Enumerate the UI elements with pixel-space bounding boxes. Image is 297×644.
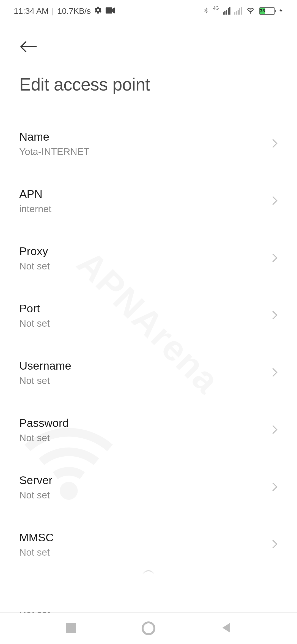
setting-item-mmsc[interactable]: MMSC Not set [19,522,278,566]
setting-item-server[interactable]: Server Not set [19,464,278,508]
setting-label: MMS proxy [19,588,272,601]
setting-label: Server [19,474,272,487]
back-button[interactable] [19,37,38,56]
setting-item-proxy[interactable]: Proxy Not set [19,235,278,279]
setting-value: Not set [19,375,272,386]
nav-back-button[interactable] [221,622,231,634]
status-separator: | [52,6,54,16]
svg-rect-1 [106,7,112,14]
chevron-right-icon [272,424,278,436]
signal-bars-icon [223,7,230,15]
chevron-right-icon [272,195,278,207]
setting-value: Not set [19,261,272,272]
bluetooth-icon [203,6,209,16]
chevron-right-icon [272,596,278,608]
nav-recent-button[interactable] [66,623,76,633]
setting-value: internet [19,203,272,214]
status-time: 11:34 AM [14,6,49,16]
gear-icon [94,6,102,16]
setting-value: Not set [19,318,272,329]
setting-item-mms-proxy[interactable]: MMS proxy Not set [19,579,278,623]
setting-item-password[interactable]: Password Not set [19,407,278,451]
chevron-right-icon [272,138,278,150]
svg-point-2 [250,13,251,13]
setting-value: Not set [19,432,272,443]
setting-label: MMSC [19,531,272,544]
status-bar: 11:34 AM | 10.7KB/s 4G 38 [0,0,297,22]
chevron-right-icon [272,367,278,379]
camera-icon [106,6,115,16]
battery-percent: 38 [260,8,265,14]
status-right: 4G 38 [203,6,283,16]
chevron-right-icon [272,539,278,550]
setting-item-apn[interactable]: APN internet [19,178,278,222]
arrow-left-icon [19,41,37,53]
setting-item-port[interactable]: Port Not set [19,293,278,337]
chevron-right-icon [272,310,278,321]
setting-label: Port [19,302,272,315]
setting-label: Name [19,130,272,143]
wifi-icon [246,7,255,15]
chevron-right-icon [272,482,278,493]
signal-bars-secondary-icon [234,7,242,15]
charging-icon [279,6,283,16]
nav-home-button[interactable] [142,621,155,635]
setting-label: Proxy [19,245,272,258]
setting-label: Password [19,417,272,430]
setting-item-name[interactable]: Name Yota-INTERNET [19,121,278,165]
status-net-speed: 10.7KB/s [57,6,91,16]
setting-item-username[interactable]: Username Not set [19,350,278,394]
setting-value: Not set [19,490,272,501]
setting-value: Yota-INTERNET [19,146,272,157]
settings-list: Name Yota-INTERNET APN internet Proxy No… [0,121,297,623]
battery-icon: 38 [259,7,275,15]
network-type-label: 4G [213,6,219,11]
page-title: Edit access point [19,74,297,95]
setting-label: APN [19,188,272,201]
setting-value: Not set [19,604,272,615]
chevron-right-icon [272,253,278,264]
status-left: 11:34 AM | 10.7KB/s [14,6,115,16]
setting-value: Not set [19,547,272,558]
setting-label: Username [19,359,272,372]
